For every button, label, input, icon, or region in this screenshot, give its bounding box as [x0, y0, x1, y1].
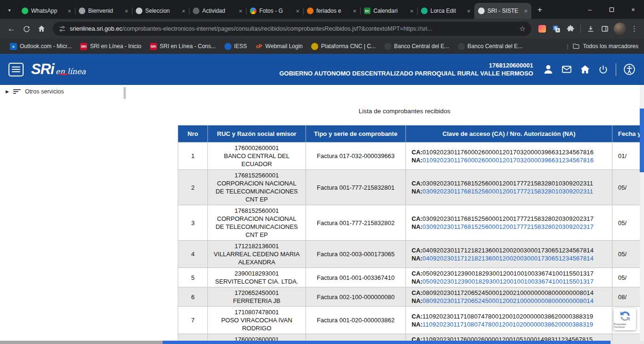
sidebar-scrollbar-thumb[interactable] — [124, 87, 126, 99]
bookmarks-bar: oOutlook.com - Micr...SRiSRI en Línea - … — [0, 39, 644, 54]
browser-menu-icon[interactable]: ⋮ — [628, 22, 640, 36]
extension-icon — [538, 25, 546, 33]
tab-whatsapp[interactable]: WhatsApp× — [18, 3, 75, 19]
back-button[interactable]: ← — [4, 21, 19, 36]
tab-lorca-edit[interactable]: Lorca Edit× — [417, 3, 474, 19]
ca-label: CA: — [412, 215, 422, 222]
page-title: Lista de comprobantes recibidos — [178, 108, 631, 115]
recaptcha-terms[interactable]: Privacidad - Términos — [614, 323, 636, 328]
tab-title: Lorca Edit — [430, 8, 464, 14]
home-button[interactable] — [34, 21, 49, 36]
bookmark-outlook-com-micr[interactable]: oOutlook.com - Micr... — [6, 42, 76, 51]
cell-fecha: 01/ — [612, 143, 644, 170]
tab-title: SRI - SISTE — [487, 8, 521, 14]
cell-clave-acceso: CA:0309202301176815256000120017772158328… — [406, 205, 612, 241]
razon-social-line: CNT EP — [212, 231, 302, 239]
ca-value: 0809202301172065245000120021000000008000… — [422, 289, 594, 296]
ruc-emisor: 2390018293001 — [212, 269, 302, 277]
ca-line: CA:0309202301176815256000120017772158328… — [412, 215, 608, 223]
ca-value: 0509202301239001829300120010010033674100… — [422, 270, 594, 277]
power-icon[interactable] — [598, 64, 609, 75]
search-tabs-icon[interactable]: ▾ — [3, 3, 16, 17]
logo-text: SRi — [31, 61, 54, 78]
home-icon — [37, 25, 46, 33]
url-text[interactable]: srienlinea.sri.gob.ec/comprobantes-elect… — [70, 25, 516, 32]
na-value[interactable]: 0809202301172065245000120021000000008000… — [422, 297, 594, 304]
horizontal-scrollbar-thumb[interactable] — [163, 341, 611, 344]
bookmark-sri-en-l-nea-inicio[interactable]: SRiSRI en Línea - Inicio — [76, 42, 146, 51]
tab-fotos-g[interactable]: Fotos - G× — [246, 3, 303, 19]
tab-bienvenid[interactable]: Bienvenid× — [75, 3, 132, 19]
extension-colorful-icon[interactable] — [535, 22, 549, 36]
bookmark-label: IESS — [234, 43, 247, 50]
reload-button[interactable] — [19, 21, 34, 36]
menu-icon[interactable] — [8, 63, 24, 76]
new-tab-button[interactable]: + — [533, 3, 546, 17]
razon-social-line: CORPORACION NACIONAL — [212, 179, 302, 187]
na-value[interactable]: 0309202301176815256000120017772158328020… — [422, 223, 594, 230]
tab-close-icon[interactable]: × — [124, 8, 128, 14]
ca-label: CA: — [412, 270, 422, 277]
na-value[interactable]: 1109202301171080747800120010200000038620… — [422, 321, 593, 328]
bookmark-banco-central-del-e[interactable]: Banco Central del E... — [454, 42, 527, 51]
bookmark-plataforma-cnc-c[interactable]: Plataforma CNC | C... — [307, 42, 380, 51]
bookmark-iess[interactable]: IESS — [220, 42, 251, 51]
ruc-emisor: 1720652450001 — [212, 289, 302, 297]
site-settings-icon[interactable] — [58, 25, 66, 33]
translate-icon[interactable] — [549, 22, 563, 36]
ruc-emisor: 1760002600001 — [212, 144, 302, 152]
cell-nro: 4 — [178, 241, 208, 268]
recaptcha-badge[interactable]: Privacidad - Términos — [614, 308, 636, 330]
extensions-puzzle-icon[interactable] — [563, 22, 578, 36]
maximize-button[interactable] — [601, 0, 622, 19]
na-line: NA:0309202301176815256000120017772158328… — [412, 187, 608, 195]
sidebar-item-otros-servicios[interactable]: ▶ Otros servicios — [0, 88, 64, 95]
table-row: 11760002600001BANCO CENTRAL DELECUADORFa… — [178, 143, 644, 170]
tab-seleccion[interactable]: Seleccion× — [132, 3, 189, 19]
bookmark-webmail-login[interactable]: cPWebmail Login — [251, 42, 307, 51]
close-button[interactable]: × — [622, 0, 644, 19]
na-value[interactable]: 0109202301176000260000120170320000396631… — [422, 157, 594, 164]
downloads-icon[interactable] — [584, 22, 598, 36]
all-bookmarks-button[interactable]: Todos los marcadores — [572, 42, 638, 50]
tab-close-icon[interactable]: × — [67, 8, 71, 14]
tab-close-icon[interactable]: × — [353, 8, 356, 14]
tab-close-icon[interactable]: × — [524, 8, 528, 14]
na-value[interactable]: 0409202301171218213600120020030001730651… — [422, 255, 594, 262]
cell-ruc-razon: 1712182136001VILLARREAL CEDENO MARIAALEX… — [208, 241, 306, 268]
tab-close-icon[interactable]: × — [239, 8, 242, 14]
cell-ruc-razon: 1710807478001POSO VIRACOCHA IVANRODRIGO — [208, 307, 306, 334]
tab-close-icon[interactable]: × — [410, 8, 413, 14]
tab-calendari[interactable]: ECCalendari× — [360, 3, 417, 19]
sri-logo[interactable]: SRi en línea — [31, 61, 86, 78]
razon-social-line: VILLARREAL CEDENO MARIA — [212, 250, 302, 258]
na-value[interactable]: 0309202301176815256000120017772158328010… — [422, 188, 593, 195]
accessibility-icon[interactable] — [623, 63, 636, 76]
na-value[interactable]: 0509202301239001829300120010010033674100… — [422, 278, 594, 285]
side-panel-icon[interactable] — [598, 22, 612, 36]
tab-close-icon[interactable]: × — [182, 8, 185, 14]
bookmark-star-icon[interactable]: ☆ — [516, 25, 526, 33]
vertical-scrollbar-thumb[interactable] — [640, 109, 644, 172]
na-label: NA: — [412, 297, 422, 304]
home-app-icon[interactable] — [579, 64, 591, 75]
bookmark-label: SRI en Línea - Inicio — [90, 43, 141, 50]
tab-close-icon[interactable]: × — [296, 8, 299, 14]
na-line: NA:0409202301171218213600120020030001730… — [412, 254, 608, 262]
address-bar[interactable]: srienlinea.sri.gob.ec/comprobantes-elect… — [53, 22, 531, 36]
taxpayer-ruc: 1768120600001 — [279, 61, 533, 69]
tab-sri-siste[interactable]: SRI - SISTE× — [474, 3, 531, 19]
tab-actividad[interactable]: Actividad× — [189, 3, 246, 19]
minimize-button[interactable]: – — [579, 0, 601, 19]
mail-icon[interactable] — [561, 64, 572, 75]
window-controls: – × — [579, 0, 644, 19]
user-icon[interactable] — [543, 64, 554, 75]
bookmark-sri-en-l-nea-cons[interactable]: SRiSRI en Línea - Cons... — [146, 42, 220, 51]
tab-feriados-e[interactable]: feriados e× — [303, 3, 360, 19]
tab-close-icon[interactable]: × — [467, 8, 471, 14]
table-row: 71710807478001POSO VIRACOCHA IVANRODRIGO… — [178, 307, 644, 334]
bookmark-banco-central-del-e[interactable]: Banco Central del E... — [380, 42, 454, 51]
profile-avatar[interactable] — [614, 23, 626, 35]
url-domain: srienlinea.sri.gob.ec — [70, 25, 122, 32]
cell-nro: 7 — [178, 307, 208, 334]
